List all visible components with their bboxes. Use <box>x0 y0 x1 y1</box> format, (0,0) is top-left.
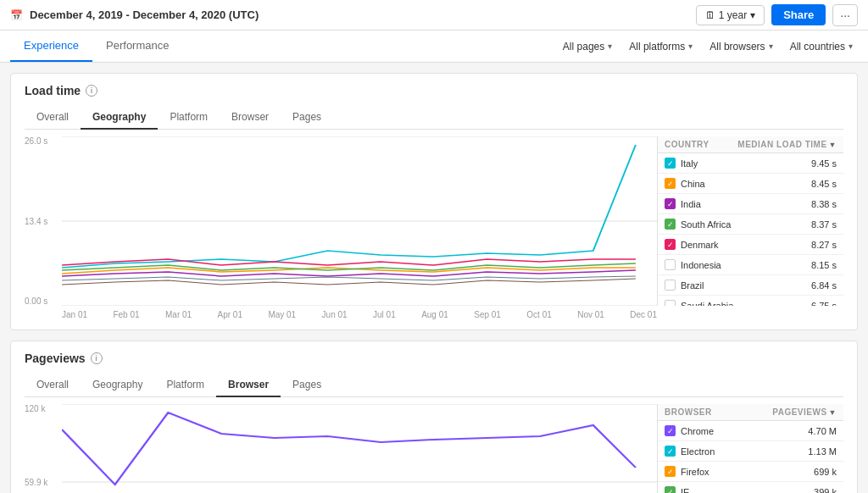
load-value-7: 6.75 s <box>811 301 837 307</box>
y-max-lt: 26.0 s <box>25 136 58 146</box>
pageviews-svg <box>62 404 657 493</box>
table-row[interactable]: ✓ Italy 9.45 s <box>658 153 843 174</box>
load-time-info-icon[interactable]: i <box>86 85 97 97</box>
share-button[interactable]: Share <box>771 4 826 25</box>
x-label-jun-lt: Jun 01 <box>322 310 348 319</box>
pageviews-chart-wrapper: 120 k 59.9 k 0 <box>25 404 657 493</box>
tab-performance[interactable]: Performance <box>92 30 182 62</box>
pv-value-1: 1.13 M <box>808 446 837 457</box>
load-value-4: 8.27 s <box>811 240 837 250</box>
pageviews-title: Pageviews i <box>25 352 843 365</box>
filter-pages[interactable]: All pages <box>558 37 617 56</box>
filter-browsers[interactable]: All browsers <box>704 37 777 56</box>
table-row[interactable]: ✓ Electron 1.13 M <box>658 441 843 462</box>
load-time-chart-wrapper: 26.0 s 13.4 s 0.00 s <box>25 136 657 319</box>
table-row[interactable]: ✓ China 8.45 s <box>658 174 843 194</box>
tab-experience[interactable]: Experience <box>10 30 92 62</box>
sort-arrow-lt: ▼ <box>829 141 837 149</box>
checkbox-pv-1[interactable]: ✓ <box>665 446 676 457</box>
main-content: Load time i Overall Geography Platform B… <box>0 63 868 493</box>
x-label-may-lt: May 01 <box>268 310 296 319</box>
row-left: Brazil <box>665 280 704 291</box>
x-label-feb-lt: Feb 01 <box>113 310 139 319</box>
date-range: December 4, 2019 - December 4, 2020 (UTC… <box>30 8 259 21</box>
x-label-dec-lt: Dec 01 <box>630 310 657 319</box>
nav-tabs: Experience Performance <box>10 30 182 62</box>
country-name-4: Denmark <box>681 240 719 250</box>
table-row[interactable]: ✓ South Africa 8.37 s <box>658 214 843 235</box>
top-bar: 📅 December 4, 2019 - December 4, 2020 (U… <box>0 0 868 30</box>
x-label-mar-lt: Mar 01 <box>165 310 192 319</box>
x-label-jan-lt: Jan 01 <box>62 310 87 319</box>
pv-value-3: 399 k <box>814 487 837 494</box>
x-axis-lt: Jan 01 Feb 01 Mar 01 Apr 01 May 01 Jun 0… <box>62 308 657 319</box>
pageviews-sort-btn[interactable]: PAGEVIEWS ▼ <box>772 407 837 417</box>
checkbox-lt-3[interactable]: ✓ <box>665 219 676 230</box>
table-row[interactable]: ✓ India 8.38 s <box>658 194 843 214</box>
table-row[interactable]: ✓ Denmark 8.27 s <box>658 235 843 255</box>
table-row[interactable]: Brazil 6.84 s <box>658 275 843 296</box>
nav-filters: All pages All platforms All browsers All… <box>558 37 858 56</box>
filter-platforms[interactable]: All platforms <box>624 37 698 56</box>
row-left: ✓ Italy <box>665 158 698 169</box>
row-left: Indonesia <box>665 259 721 270</box>
subtab-geography-lt[interactable]: Geography <box>81 106 158 130</box>
checkbox-pv-2[interactable]: ✓ <box>665 466 676 477</box>
checkbox-pv-0[interactable]: ✓ <box>665 425 676 436</box>
x-label-sep-lt: Sep 01 <box>474 310 501 319</box>
pageviews-table: BROWSER PAGEVIEWS ▼ ✓ Chrome 4.70 M ✓ El… <box>657 404 843 493</box>
subtab-pages-lt[interactable]: Pages <box>281 106 333 130</box>
checkbox-lt-2[interactable]: ✓ <box>665 198 676 209</box>
subtab-browser-lt[interactable]: Browser <box>220 106 281 130</box>
checkbox-lt-4[interactable]: ✓ <box>665 239 676 250</box>
subtab-platform-pv[interactable]: Platform <box>154 374 216 397</box>
table-row[interactable]: ✓ IE 399 k <box>658 482 843 493</box>
pageviews-chart-area: 120 k 59.9 k 0 <box>25 404 657 493</box>
calendar-icon: 📅 <box>10 9 23 21</box>
checkbox-pv-3[interactable]: ✓ <box>665 486 676 493</box>
year-button[interactable]: 🗓 1 year ▾ <box>696 5 765 25</box>
table-row[interactable]: ✓ Chrome 4.70 M <box>658 421 843 441</box>
top-bar-left: 📅 December 4, 2019 - December 4, 2020 (U… <box>10 8 259 21</box>
row-left: ✓ Chrome <box>665 425 714 436</box>
load-value-2: 8.38 s <box>811 199 837 209</box>
load-time-svg-container: Jan 01 Feb 01 Mar 01 Apr 01 May 01 Jun 0… <box>62 136 657 319</box>
browser-name-3: IE <box>681 487 689 494</box>
subtab-geography-pv[interactable]: Geography <box>81 374 154 397</box>
pageviews-sub-tabs: Overall Geography Platform Browser Pages <box>25 374 843 397</box>
y-max-pv: 120 k <box>25 404 58 413</box>
load-time-sort-btn[interactable]: MEDIAN LOAD TIME ▼ <box>737 140 837 149</box>
subtab-overall-lt[interactable]: Overall <box>25 106 81 130</box>
calendar-small-icon: 🗓 <box>705 9 715 21</box>
y-mid-pv: 59.9 k <box>25 478 58 487</box>
checkbox-lt-7[interactable] <box>665 300 676 306</box>
checkbox-lt-1[interactable]: ✓ <box>665 178 676 189</box>
load-time-title: Load time i <box>25 84 843 97</box>
row-left: ✓ China <box>665 178 705 189</box>
checkbox-lt-0[interactable]: ✓ <box>665 158 676 169</box>
checkbox-lt-6[interactable] <box>665 280 676 291</box>
y-mid-lt: 13.4 s <box>25 217 58 226</box>
x-label-apr-lt: Apr 01 <box>218 310 242 319</box>
country-name-5: Indonesia <box>681 260 721 270</box>
load-value-5: 8.15 s <box>811 260 837 270</box>
x-label-oct-lt: Oct 01 <box>526 310 551 319</box>
subtab-platform-lt[interactable]: Platform <box>158 106 220 130</box>
sort-arrow-pv: ▼ <box>829 408 837 417</box>
country-name-2: India <box>681 199 701 209</box>
pageviews-table-header: BROWSER PAGEVIEWS ▼ <box>658 404 843 421</box>
filter-countries[interactable]: All countries <box>785 37 858 56</box>
table-row[interactable]: Saudi Arabia 6.75 s <box>658 296 843 306</box>
checkbox-lt-5[interactable] <box>665 259 676 270</box>
table-row[interactable]: ✓ Firefox 699 k <box>658 462 843 482</box>
row-left: ✓ IE <box>665 486 689 493</box>
row-left: ✓ South Africa <box>665 219 731 230</box>
subtab-overall-pv[interactable]: Overall <box>25 374 81 397</box>
pageviews-info-icon[interactable]: i <box>91 352 103 364</box>
table-row[interactable]: Indonesia 8.15 s <box>658 255 843 275</box>
more-button[interactable]: ··· <box>832 4 858 26</box>
load-time-chart-section: 26.0 s 13.4 s 0.00 s <box>25 136 843 319</box>
load-value-0: 9.45 s <box>811 158 837 169</box>
subtab-pages-pv[interactable]: Pages <box>281 374 333 397</box>
subtab-browser-pv[interactable]: Browser <box>216 374 281 397</box>
